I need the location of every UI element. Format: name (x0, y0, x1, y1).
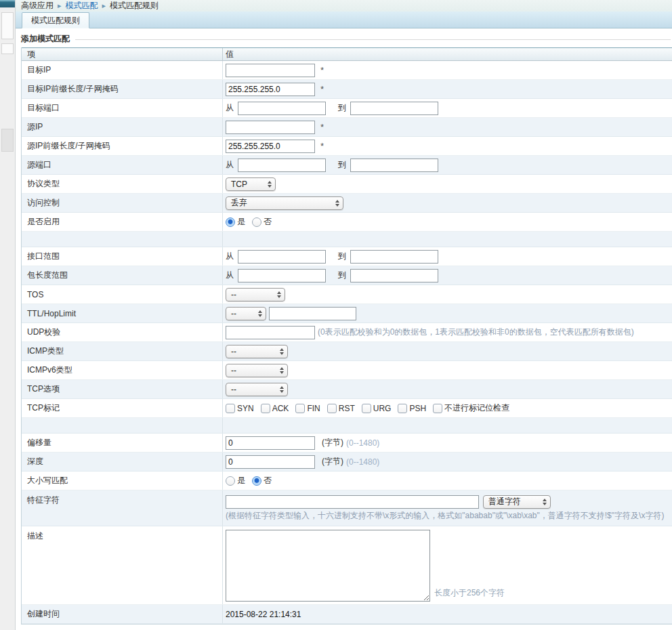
source-port-to-input[interactable] (350, 159, 438, 172)
select-arrows-icon (276, 367, 284, 374)
range-hint: (0--1480) (346, 457, 379, 467)
field-label: TCP选项 (22, 380, 223, 398)
required-asterisk: * (320, 84, 324, 94)
breadcrumb-item-advanced[interactable]: 高级应用 (21, 0, 54, 12)
checkbox-label: SYN (237, 404, 254, 413)
case-match-no-radio[interactable] (252, 476, 261, 486)
field-label: 目标IP前缀长度/子网掩码 (22, 80, 223, 98)
icmp-type-select[interactable]: -- (226, 345, 288, 358)
select-arrows-icon (273, 291, 281, 298)
depth-input[interactable] (226, 455, 315, 469)
field-label: TOS (22, 285, 223, 303)
field-label: 深度 (22, 453, 223, 471)
checkbox-label: 不进行标记位检查 (444, 402, 509, 414)
row-created-time: 创建时间 2015-08-22 21:14:31 (22, 605, 672, 624)
to-label: 到 (338, 251, 346, 262)
row-pattern: 特征字符 普通字符 (根据特征字符类型输入，十六 (22, 490, 672, 526)
select-value: 普通字符 (488, 496, 521, 507)
access-control-select[interactable]: 丢弃 (226, 196, 343, 210)
from-label: 从 (226, 251, 234, 262)
target-port-from-input[interactable] (238, 102, 326, 115)
target-port-to-input[interactable] (350, 102, 438, 115)
enabled-no-radio[interactable] (252, 217, 261, 227)
row-tos: TOS -- (22, 285, 672, 304)
field-label: 访问控制 (22, 194, 223, 212)
sidebar-header-fragment (0, 0, 15, 7)
breadcrumb-item-pattern-match[interactable]: 模式匹配 (66, 0, 98, 12)
field-label: 协议类型 (22, 175, 223, 193)
select-value: -- (231, 309, 236, 318)
checkbox-label: URG (373, 404, 392, 413)
ttl-input[interactable] (269, 307, 356, 320)
from-label: 从 (226, 159, 234, 171)
fin-checkbox[interactable] (295, 404, 305, 413)
unit-label: (字节) (322, 456, 343, 467)
icmpv6-type-select[interactable]: -- (226, 364, 288, 377)
column-header-value: 值 (223, 49, 672, 60)
section-header: 添加模式匹配 (21, 28, 672, 46)
ttl-select[interactable]: -- (226, 307, 266, 320)
udp-checksum-input[interactable] (226, 326, 315, 339)
table-header-row: 项 值 (22, 47, 672, 61)
from-label: 从 (226, 270, 234, 281)
radio-label: 是 (237, 216, 245, 228)
select-value: -- (231, 385, 236, 394)
row-offset: 偏移量 (字节)(0--1480) (22, 434, 672, 453)
packet-length-to-input[interactable] (350, 269, 438, 282)
radio-label: 否 (264, 216, 272, 228)
field-label: 源IP前缀长度/子网掩码 (22, 137, 223, 155)
select-value: 丢弃 (231, 197, 247, 209)
row-ttl: TTL/HopLimit -- (22, 304, 672, 323)
created-time-value: 2015-08-22 21:14:31 (226, 610, 301, 619)
select-arrows-icon (331, 200, 339, 207)
rst-checkbox[interactable] (327, 404, 337, 413)
select-arrows-icon (276, 386, 284, 393)
tab-pattern-match-rules[interactable]: 模式匹配规则 (22, 12, 89, 28)
target-prefix-input[interactable] (226, 83, 315, 96)
pattern-input[interactable] (226, 495, 479, 509)
select-arrows-icon (276, 348, 284, 355)
pattern-type-select[interactable]: 普通字符 (483, 495, 551, 509)
packet-length-from-input[interactable] (238, 269, 326, 282)
urg-checkbox[interactable] (362, 404, 371, 413)
radio-label: 否 (264, 475, 272, 486)
source-port-from-input[interactable] (238, 159, 326, 172)
row-target-ip: 目标IP * (22, 61, 672, 80)
target-ip-input[interactable] (226, 64, 315, 77)
row-source-ip: 源IP * (22, 118, 672, 137)
breadcrumb: 高级应用 ▸ 模式匹配 ▸ 模式匹配规则 (16, 0, 672, 12)
syn-checkbox[interactable] (226, 404, 235, 413)
page: 高级应用 ▸ 模式匹配 ▸ 模式匹配规则 模式匹配规则 添加模式匹配 项 值 (0, 0, 672, 630)
description-textarea[interactable] (226, 530, 430, 602)
radio-label: 是 (237, 475, 245, 486)
row-description: 描述 长度小于256个字符 (22, 526, 672, 605)
ack-checkbox[interactable] (261, 404, 270, 413)
row-protocol: 协议类型 TCP (22, 175, 672, 194)
source-ip-input[interactable] (226, 121, 315, 134)
interface-from-input[interactable] (238, 250, 326, 264)
row-packet-length-range: 包长度范围 从 到 (22, 266, 672, 285)
case-match-yes-radio[interactable] (226, 476, 235, 486)
pattern-match-form-table: 项 值 目标IP * 目标IP前缀长度/子网掩码 (21, 47, 672, 625)
select-value: -- (231, 347, 236, 356)
tos-select[interactable]: -- (226, 288, 285, 301)
footer: drops.wooyun.org (21, 625, 672, 630)
field-label: 目标IP (22, 61, 223, 79)
field-label: 源IP (22, 118, 223, 136)
row-source-port: 源端口 从 到 (22, 156, 672, 175)
protocol-select[interactable]: TCP (226, 177, 276, 191)
range-hint: (0--1480) (346, 438, 379, 448)
from-label: 从 (226, 102, 234, 114)
psh-checkbox[interactable] (398, 404, 407, 413)
row-enabled: 是否启用 是 否 (22, 213, 672, 232)
field-hint: (根据特征字符类型输入，十六进制支持不带\x形式的输入，格式如"ababab"或… (226, 510, 664, 522)
interface-to-input[interactable] (350, 250, 438, 264)
offset-input[interactable] (226, 436, 315, 450)
tcp-options-select[interactable]: -- (226, 383, 288, 396)
field-label: ICMPv6类型 (22, 361, 223, 379)
field-label: 偏移量 (22, 434, 223, 452)
source-prefix-input[interactable] (226, 140, 315, 153)
divider (75, 39, 671, 40)
skip-flag-check-checkbox[interactable] (433, 404, 442, 413)
enabled-yes-radio[interactable] (226, 217, 235, 227)
